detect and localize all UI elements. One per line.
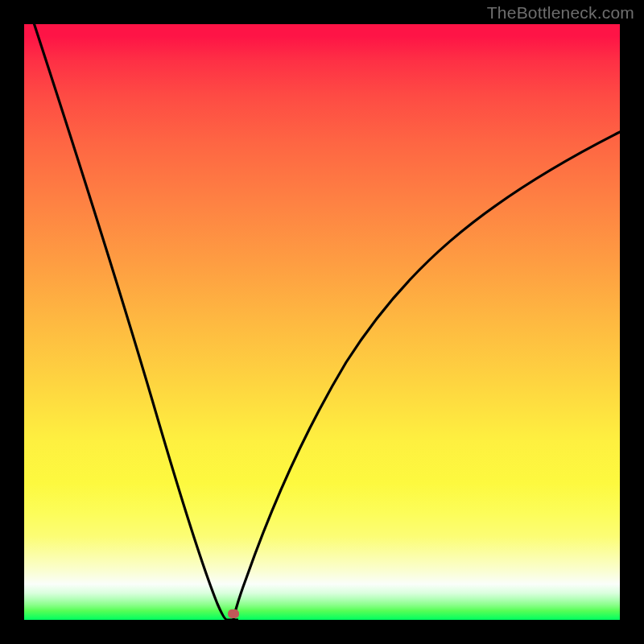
watermark-text: TheBottleneck.com xyxy=(487,3,634,23)
chart-frame: TheBottleneck.com xyxy=(0,0,644,644)
plot-area xyxy=(24,24,620,620)
bottleneck-curve xyxy=(24,24,620,620)
curve-path xyxy=(29,24,620,620)
optimum-marker xyxy=(228,609,239,618)
